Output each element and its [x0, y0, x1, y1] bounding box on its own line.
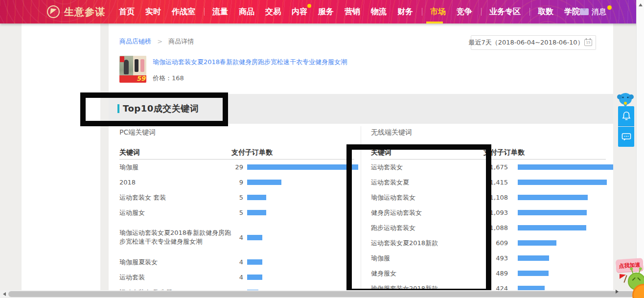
keyword-cell: 健身房运动套装女 — [371, 208, 483, 217]
elephant-mascot[interactable] — [617, 91, 634, 107]
bell-icon — [622, 111, 631, 121]
calendar-icon: 15 — [584, 39, 592, 46]
product-image[interactable]: 59 — [119, 56, 146, 83]
notification-dot — [307, 4, 311, 8]
bar-container — [247, 259, 262, 265]
table-row: 健身服女489 — [371, 266, 606, 281]
bar-container — [518, 255, 549, 261]
table-row: 运动套装女夏2018新款609 — [371, 235, 606, 251]
nav-item-war-room[interactable]: 作战室 — [172, 0, 195, 23]
order-count-bar — [518, 164, 613, 170]
table-row: 运动套装女1,675 — [371, 160, 606, 175]
nav-item-label: 首页 — [119, 7, 135, 16]
breadcrumb-separator: > — [157, 38, 162, 45]
nav-item-marketing[interactable]: 营销 — [345, 0, 360, 23]
order-count-cell: 9 — [231, 179, 243, 186]
table-body: 瑜伽服2920189运动套装女 套装5运动服女5瑜伽运动套装女夏2018春新款健… — [119, 160, 354, 290]
nav-item-label: 财务 — [397, 7, 413, 16]
nav-item-label: 营销 — [345, 7, 360, 16]
left-sidebar-panel — [22, 23, 100, 290]
order-count-bar — [247, 275, 262, 280]
keyword-cell: 瑜伽运动套装女 — [371, 193, 483, 202]
nav-item-traffic[interactable]: 流量 — [212, 0, 228, 23]
vertical-scrollbar[interactable] — [636, 0, 644, 290]
bar-container — [518, 164, 613, 170]
brand[interactable]: 生意参谋 — [47, 5, 105, 19]
nav-item-messages[interactable]: 消息 — [580, 0, 611, 23]
nav-item-market[interactable]: 市场 — [430, 0, 446, 23]
table-row: 瑜伽运动套装女1,108 — [371, 190, 606, 205]
feedback-chat-button[interactable] — [618, 127, 634, 147]
order-count-bar — [518, 240, 556, 246]
calendar-button[interactable]: 15 — [581, 35, 596, 50]
speedup-mascot[interactable]: 点我加速 — [615, 256, 644, 298]
date-range-selector[interactable]: 最近7天（2018-06-04~2018-06-10） — [471, 35, 581, 50]
nav-item-label: 竞争 — [457, 7, 472, 16]
flag-pole — [623, 275, 627, 283]
brand-name: 生意参谋 — [64, 5, 105, 19]
scroll-left-arrow[interactable] — [3, 292, 6, 296]
nav-item-label: 交易 — [265, 7, 281, 16]
order-count-cell: 5 — [231, 209, 243, 216]
nav-item-home[interactable]: 首页 — [119, 0, 135, 23]
section-header: Top10成交关键词 — [117, 103, 199, 115]
product-title-link[interactable]: 瑜伽运动套装女夏2018春新款健身房跑步宽松速干衣专业健身服女潮 — [153, 58, 427, 67]
nav-item-label: 内容 — [292, 7, 307, 16]
bar-container — [247, 275, 262, 280]
keyword-cell: 健身服女 — [371, 269, 483, 278]
message-icon — [580, 8, 589, 15]
table-row: 运动套装女 套装5 — [119, 190, 354, 205]
table-row: 运动服女5 — [119, 205, 354, 220]
keyword-cell: 瑜伽运动套装女夏2018春新款健身房跑步宽松速干衣专业健身服女潮 — [119, 229, 231, 246]
breadcrumb-current: 商品详情 — [168, 38, 194, 45]
top-nav: 生意参谋 首页实时作战室流量商品交易内容服务营销物流财务市场竞争业务专区取数学院… — [0, 0, 644, 23]
order-count-bar — [518, 180, 607, 185]
notification-bell-button[interactable] — [618, 106, 634, 126]
breadcrumb-link-rank[interactable]: 商品店铺榜 — [119, 38, 151, 45]
order-count-bar — [247, 259, 262, 265]
keyword-cell: 运动套装女夏 — [371, 178, 483, 187]
order-count-bar — [518, 210, 587, 215]
nav-item-service[interactable]: 服务 — [318, 0, 334, 23]
breadcrumb: 商品店铺榜 > 商品详情 — [119, 37, 194, 46]
bar-container — [247, 195, 266, 200]
product-price: 价格：168 — [153, 74, 184, 83]
table-row: 瑜伽运动套装女夏2018春新款健身房跑步宽松速干衣专业健身服女潮4 — [119, 220, 354, 254]
keyword-column-header: 关键词 — [119, 148, 231, 157]
nav-item-realtime[interactable]: 实时 — [145, 0, 161, 23]
nav-item-product[interactable]: 商品 — [239, 0, 254, 23]
table-row: 瑜伽服29 — [119, 160, 354, 175]
scroll-up-arrow[interactable] — [639, 3, 643, 6]
table-row: 运动套装4 — [119, 270, 354, 285]
nav-item-label: 业务专区 — [489, 7, 521, 16]
order-count-cell: 1,108 — [483, 194, 508, 201]
keyword-cell: 运动服女 — [119, 208, 231, 217]
nav-item-competition[interactable]: 竞争 — [457, 0, 472, 23]
nav-item-academy[interactable]: 学院 — [564, 0, 580, 23]
order-count-bar — [518, 195, 588, 200]
nav-item-label: 服务 — [318, 7, 334, 16]
nav-item-trade[interactable]: 交易 — [265, 0, 281, 23]
bar-container — [518, 210, 587, 215]
order-count-cell: 5 — [231, 194, 243, 201]
nav-item-finance[interactable]: 财务 — [397, 0, 413, 23]
keyword-cell: 跑步运动套装女 — [371, 224, 483, 232]
nav-item-label: 实时 — [145, 7, 161, 16]
nav-item-logistics[interactable]: 物流 — [371, 0, 387, 23]
order-count-bar — [247, 210, 266, 215]
nav-item-business-zone[interactable]: 业务专区 — [489, 0, 521, 23]
nav-item-content[interactable]: 内容 — [292, 0, 307, 23]
nav-item-data-extract[interactable]: 取数 — [538, 0, 553, 23]
order-count-cell: 609 — [483, 239, 508, 247]
collapse-arrow-icon[interactable] — [616, 290, 619, 294]
horizontal-scrollbar-thumb[interactable] — [8, 291, 635, 297]
nav-item-label: 取数 — [538, 7, 553, 16]
table-row: 运动套装女夏1,415 — [371, 175, 606, 190]
nav-item-label: 市场 — [430, 7, 446, 16]
order-count-cell: 1,415 — [483, 179, 508, 186]
column-divider — [361, 126, 361, 290]
section-accent-bar — [117, 104, 119, 113]
keyword-cell: 运动套装 — [119, 273, 231, 282]
table-row: 20189 — [119, 175, 354, 190]
horizontal-scrollbar[interactable] — [0, 290, 636, 298]
